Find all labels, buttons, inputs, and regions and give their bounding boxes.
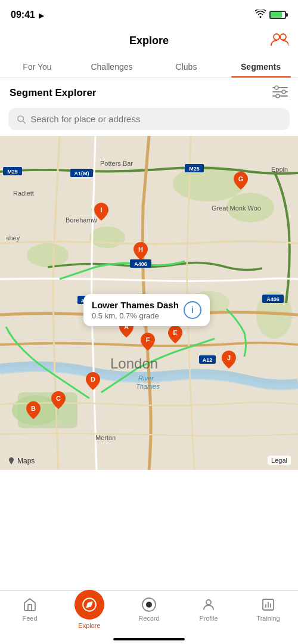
svg-text:J: J [227,354,231,361]
filter-button[interactable] [272,85,288,101]
training-icon [260,597,276,612]
nav-explore[interactable]: Explore [60,597,119,629]
friends-icon[interactable] [271,32,288,49]
bottom-nav: Feed Explore Record Profile [0,590,298,644]
svg-text:C: C [56,395,61,402]
legal-button[interactable]: Legal [268,456,291,465]
svg-text:A406: A406 [266,296,280,302]
tab-challenges[interactable]: Challenges [74,55,149,78]
svg-point-14 [89,227,125,248]
record-label: Record [138,615,159,622]
sub-header-title: Segment Explorer [10,87,97,99]
nav-profile[interactable]: Profile [179,597,238,622]
map-container[interactable]: M25 M25 A1(M) A406 A406 A12 A46 Potters … [0,136,298,470]
nav-feed[interactable]: Feed [0,597,60,622]
svg-text:Potters Bar: Potters Bar [100,160,133,167]
training-label: Training [256,615,280,622]
svg-text:Radlett: Radlett [13,190,34,197]
map-background: M25 M25 A1(M) A406 A406 A12 A46 Potters … [0,136,298,470]
apple-icon [7,457,15,465]
svg-marker-54 [86,602,92,607]
svg-text:Merton: Merton [95,434,116,441]
tooltip-title: Lower Thames Dash [92,300,179,310]
svg-point-13 [27,243,69,267]
tooltip-subtitle: 0.5 km, 0.7% grade [92,311,179,320]
svg-text:Borehamw: Borehamw [66,216,97,224]
svg-text:River: River [138,374,154,382]
svg-text:Great Monk Woo: Great Monk Woo [212,205,261,212]
apple-maps-logo: Maps [7,457,35,465]
svg-text:A406: A406 [134,261,147,267]
svg-text:A1(M): A1(M) [74,171,89,177]
svg-point-1 [280,34,286,40]
explore-label: Explore [78,622,100,629]
search-input[interactable] [30,114,281,124]
status-bar: 09:41 ▶ [0,0,298,26]
segment-tooltip[interactable]: Lower Thames Dash 0.5 km, 0.7% grade i [83,294,210,326]
wifi-icon [255,10,266,20]
sub-header: Segment Explorer [0,78,298,108]
status-time: 09:41 ▶ [11,10,44,20]
svg-text:G: G [238,175,244,182]
svg-text:H: H [138,246,143,253]
tab-clubs[interactable]: Clubs [149,55,224,78]
svg-text:B: B [31,405,36,412]
profile-label: Profile [199,615,218,622]
svg-text:M25: M25 [189,166,200,172]
tab-for-you[interactable]: For You [0,55,74,78]
svg-point-57 [206,600,211,605]
status-icons [255,10,287,20]
tooltip-info-button[interactable]: i [184,301,201,319]
tab-bar: For You Challenges Clubs Segments [0,55,298,78]
tooltip-text: Lower Thames Dash 0.5 km, 0.7% grade [92,300,179,320]
svg-point-11 [173,166,244,202]
search-icon [17,114,26,124]
nav-record[interactable]: Record [119,597,179,622]
svg-text:London: London [110,355,158,371]
svg-text:shey: shey [6,234,20,242]
svg-point-5 [282,90,285,94]
feed-label: Feed [22,615,37,622]
svg-point-7 [276,94,280,98]
battery-icon [269,11,287,19]
search-bar[interactable] [8,108,290,130]
explore-bubble [74,590,104,620]
nav-training[interactable]: Training [238,597,298,622]
home-indicator [113,638,185,640]
header-title: Explore [129,35,169,47]
record-icon [141,597,157,612]
svg-point-3 [275,86,278,89]
svg-line-9 [23,120,25,123]
home-icon [22,597,38,612]
svg-point-56 [146,602,152,608]
tab-segments[interactable]: Segments [224,55,298,78]
svg-text:Thames: Thames [136,383,160,390]
svg-text:I: I [100,206,102,213]
header: Explore [0,26,298,55]
svg-point-0 [274,34,280,40]
svg-text:M25: M25 [7,169,18,175]
svg-text:E: E [173,329,177,336]
svg-text:Eppin: Eppin [271,166,288,173]
profile-icon [201,597,216,612]
svg-text:F: F [146,336,150,343]
svg-text:D: D [91,376,95,383]
svg-text:A12: A12 [203,357,213,363]
